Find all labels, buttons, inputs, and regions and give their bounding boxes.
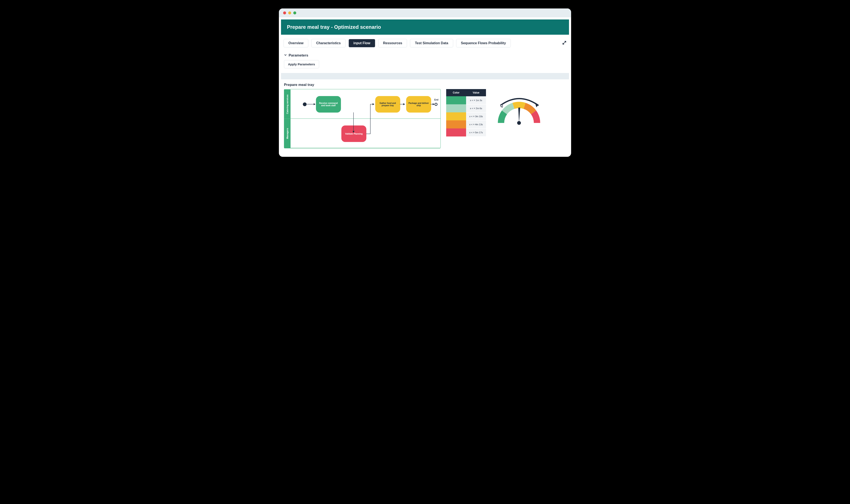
parameters-toggle[interactable]: Parameters [284, 52, 566, 59]
legend-row: x < = 2m 6s [446, 104, 486, 112]
expand-icon[interactable] [562, 41, 567, 46]
tabs-row: Overview Characteristics input Flow Ress… [279, 35, 571, 50]
lane-managers: Managers [284, 119, 291, 148]
apply-parameters-button[interactable]: Apply Parameters [284, 60, 319, 68]
legend-swatch [446, 120, 466, 128]
tab-characteristics[interactable]: Characteristics [311, 39, 346, 48]
legend-swatch [446, 104, 466, 112]
legend-row: x < = 3m 10s [446, 112, 486, 120]
tab-overview[interactable]: Overview [283, 39, 308, 48]
lane-row-2: Validate Planning [291, 119, 440, 148]
tab-sequence-flows-probability[interactable]: Sequence Flows Probability [456, 39, 511, 48]
window-titlebar [279, 8, 571, 17]
section-divider [281, 73, 569, 79]
tab-test-simulation-data[interactable]: Test Simulation Data [410, 39, 453, 48]
legend-swatch [446, 96, 466, 104]
parameters-label: Parameters [289, 53, 308, 57]
tab-ressources[interactable]: Ressources [378, 39, 407, 48]
minimize-icon[interactable] [288, 12, 291, 14]
svg-point-3 [517, 121, 521, 125]
legend-row: x < = 5m 17s [446, 128, 486, 137]
end-event-label: End [434, 98, 438, 101]
legend-value: x < = 3m 10s [466, 112, 486, 120]
task-validate-planning[interactable]: Validate Planning [341, 125, 366, 142]
legend-row: x < = 1m 3s [446, 96, 486, 104]
chevron-down-icon [284, 53, 287, 57]
end-event-icon[interactable] [435, 103, 437, 106]
maximize-icon[interactable] [293, 12, 296, 14]
color-legend-table: Color Value x < = 1m 3sx < = 2m 6sx < = … [446, 89, 486, 137]
app-window: Prepare meal tray - Optimized scenario O… [279, 8, 571, 157]
diagram-title: Prepare meal tray [279, 79, 571, 89]
legend-value: x < = 2m 6s [466, 104, 486, 112]
tab-input-flow[interactable]: input Flow [349, 39, 375, 48]
task-package-deliver[interactable]: Package and deliver ship [406, 96, 431, 112]
task-gather-food[interactable]: Gather food and prepare tray [375, 96, 400, 112]
legend-value: x < = 4m 13s [466, 120, 486, 128]
lane-catering-services: Catering services [284, 89, 291, 119]
start-event-icon[interactable] [303, 103, 307, 106]
legend-swatch [446, 128, 466, 137]
bpmn-diagram[interactable]: Catering services Managers Receive comma… [284, 89, 441, 148]
legend-swatch [446, 112, 466, 120]
legend-value: x < = 1m 3s [466, 96, 486, 104]
close-icon[interactable] [283, 12, 286, 14]
legend-header-value: Value [466, 89, 486, 96]
legend-header-color: Color [446, 89, 466, 96]
lane-row-1: Receive command and book staff Gather fo… [291, 89, 440, 119]
performance-gauge [491, 93, 547, 131]
legend-row: x < = 4m 13s [446, 120, 486, 128]
legend-value: x < = 5m 17s [466, 128, 486, 137]
page-title: Prepare meal tray - Optimized scenario [281, 19, 569, 35]
task-receive-command[interactable]: Receive command and book staff [316, 96, 341, 112]
